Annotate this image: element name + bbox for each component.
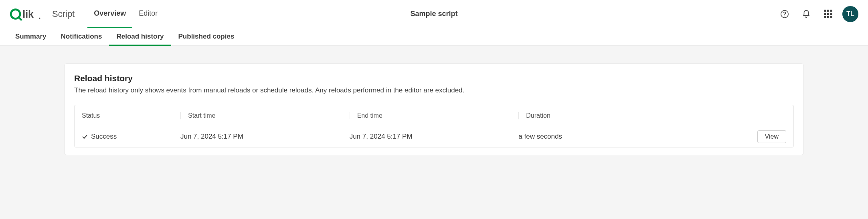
card-title: Reload history (74, 74, 794, 83)
col-header-end: End time (350, 112, 519, 119)
reload-history-card: Reload history The reload history only s… (64, 63, 804, 155)
cell-status: Success (82, 133, 180, 141)
tab-overview-label: Overview (94, 9, 126, 18)
bell-icon[interactable] (799, 7, 813, 21)
subtab-summary-label: Summary (15, 33, 46, 41)
topbar-right: TL (777, 6, 858, 22)
subtab-notifications-label: Notifications (61, 33, 102, 41)
svg-point-3 (39, 17, 40, 18)
page-title: Sample script (410, 10, 457, 18)
check-icon (82, 134, 88, 140)
cell-end-time: Jun 7, 2024 5:17 PM (350, 133, 519, 141)
card-description: The reload history only shows events fro… (74, 86, 794, 94)
subtab-reload-history[interactable]: Reload history (109, 28, 171, 46)
svg-text:lik: lik (22, 8, 34, 20)
cell-duration: a few seconds (518, 133, 645, 141)
content-area: Reload history The reload history only s… (0, 46, 868, 155)
topbar: lik Script Overview Editor Sample script (0, 0, 868, 28)
primary-tabs: Overview Editor (87, 0, 164, 28)
tab-overview[interactable]: Overview (87, 0, 132, 28)
tab-editor[interactable]: Editor (132, 0, 164, 28)
svg-line-1 (19, 17, 21, 20)
brand-logo[interactable]: lik (10, 8, 41, 20)
tab-editor-label: Editor (139, 9, 158, 18)
subtab-published-copies[interactable]: Published copies (171, 28, 242, 46)
subtab-reload-history-label: Reload history (116, 33, 164, 41)
svg-point-5 (784, 15, 785, 16)
subtab-summary[interactable]: Summary (8, 28, 53, 46)
cell-actions: View (645, 130, 786, 143)
view-button[interactable]: View (757, 130, 786, 143)
cell-status-text: Success (91, 133, 117, 141)
avatar-initials: TL (846, 10, 854, 18)
subnav: Summary Notifications Reload history Pub… (0, 28, 868, 46)
reload-history-table: Status Start time End time Duration Succ… (74, 105, 794, 147)
apps-grid-icon[interactable] (821, 7, 835, 21)
table-header-row: Status Start time End time Duration (75, 105, 793, 126)
cell-start-time: Jun 7, 2024 5:17 PM (180, 133, 350, 141)
col-header-status: Status (82, 112, 180, 119)
col-header-start: Start time (180, 112, 350, 119)
subtab-notifications[interactable]: Notifications (53, 28, 109, 46)
help-icon[interactable] (777, 7, 792, 21)
avatar[interactable]: TL (842, 6, 858, 22)
subtab-published-copies-label: Published copies (178, 33, 235, 41)
table-row: Success Jun 7, 2024 5:17 PM Jun 7, 2024 … (75, 126, 793, 147)
col-header-duration: Duration (518, 112, 645, 119)
app-label: Script (52, 9, 75, 19)
